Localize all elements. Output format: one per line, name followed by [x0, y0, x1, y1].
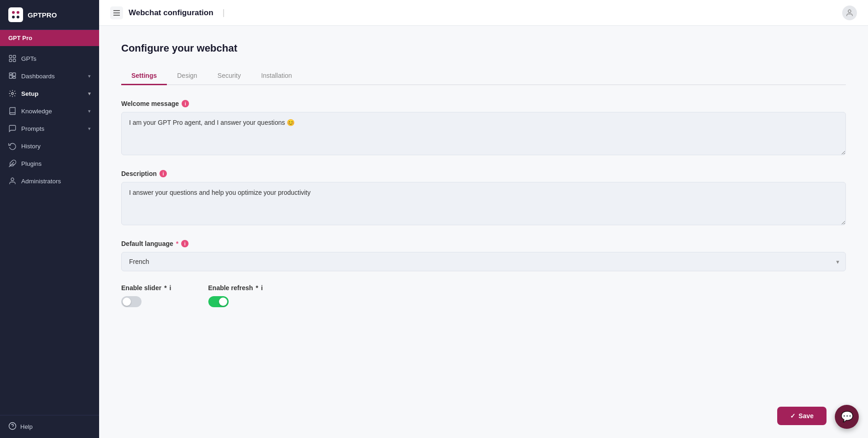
sidebar-item-history[interactable]: History — [0, 137, 99, 155]
dashboard-icon — [8, 72, 17, 80]
sidebar-item-administrators[interactable]: Administrators — [0, 172, 99, 190]
toggle-row: Enable slider * i Enable refresh * i — [121, 284, 846, 307]
svg-rect-4 — [9, 55, 12, 58]
slider-required-star: * — [164, 284, 166, 292]
tab-installation[interactable]: Installation — [251, 67, 302, 85]
description-info-icon: i — [159, 170, 167, 177]
setup-icon — [8, 89, 17, 98]
welcome-message-info-icon: i — [182, 100, 189, 107]
tab-design[interactable]: Design — [167, 67, 207, 85]
enable-slider-group: Enable slider * i — [121, 284, 171, 307]
sidebar-item-label-plugins: Plugins — [21, 160, 41, 167]
sidebar-nav: GPTs Dashboards ▾ Setup ▾ Knowledge ▾ — [0, 46, 99, 415]
svg-point-12 — [12, 93, 14, 95]
page-title: Webchat configuration — [129, 8, 213, 18]
sidebar-item-knowledge[interactable]: Knowledge ▾ — [0, 102, 99, 120]
sidebar-item-label-prompts: Prompts — [21, 125, 44, 132]
plugins-icon — [8, 159, 17, 168]
topbar-right — [842, 6, 857, 20]
sidebar-item-label-setup: Setup — [21, 90, 39, 97]
enable-refresh-toggle[interactable] — [208, 296, 229, 307]
tab-security[interactable]: Security — [207, 67, 251, 85]
svg-point-3 — [17, 16, 19, 18]
topbar-left: Webchat configuration | — [110, 6, 225, 19]
svg-rect-7 — [13, 59, 16, 62]
page-heading: Configure your webchat — [121, 42, 846, 54]
svg-rect-5 — [13, 55, 16, 58]
sidebar-item-dashboards[interactable]: Dashboards ▾ — [0, 67, 99, 85]
svg-rect-9 — [13, 73, 16, 76]
sidebar-item-label-gpts: GPTs — [21, 55, 36, 62]
description-label: Description i — [121, 170, 846, 177]
sidebar-item-plugins[interactable]: Plugins — [0, 155, 99, 172]
app-logo-text: GPTPRO — [28, 11, 57, 19]
description-textarea[interactable] — [121, 182, 846, 225]
sidebar-item-label-dashboards: Dashboards — [21, 73, 55, 80]
welcome-message-label: Welcome message i — [121, 100, 846, 107]
sidebar-logo: GPTPRO — [0, 0, 99, 30]
svg-rect-8 — [9, 73, 12, 75]
refresh-toggle-thumb — [219, 298, 227, 306]
enable-refresh-group: Enable refresh * i — [208, 284, 263, 307]
default-language-select[interactable]: French English Spanish German Italian — [121, 252, 846, 271]
collapse-sidebar-button[interactable] — [110, 6, 123, 19]
chevron-down-icon-setup: ▾ — [88, 91, 91, 97]
knowledge-icon — [8, 107, 17, 115]
welcome-message-textarea[interactable] — [121, 112, 846, 155]
sidebar: GPTPRO GPT Pro GPTs Dashboards ▾ Setup ▾ — [0, 0, 99, 438]
default-language-group: Default language * i French English Span… — [121, 240, 846, 271]
history-icon — [8, 142, 17, 150]
chevron-down-icon: ▾ — [88, 73, 91, 79]
main-wrapper: Webchat configuration | Configure your w… — [99, 0, 868, 438]
sidebar-item-label-knowledge: Knowledge — [21, 108, 52, 115]
required-star: * — [176, 240, 178, 247]
welcome-message-group: Welcome message i — [121, 100, 846, 157]
svg-point-2 — [12, 16, 15, 18]
chat-fab-button[interactable]: 💬 — [835, 405, 859, 429]
sidebar-section-header: GPT Pro — [0, 30, 99, 46]
app-logo-icon — [8, 7, 23, 22]
admin-icon — [8, 177, 17, 185]
tab-settings[interactable]: Settings — [121, 67, 167, 85]
prompts-icon — [8, 124, 17, 133]
svg-point-16 — [9, 423, 16, 430]
svg-rect-10 — [9, 76, 12, 79]
svg-point-1 — [17, 11, 19, 14]
default-language-info-icon: i — [181, 240, 189, 247]
slider-toggle-thumb — [123, 298, 131, 306]
default-language-select-wrapper: French English Spanish German Italian ▾ — [121, 252, 846, 271]
default-language-label: Default language * i — [121, 240, 846, 247]
refresh-required-star: * — [256, 284, 258, 292]
enable-slider-toggle[interactable] — [121, 296, 142, 307]
grid-icon — [8, 54, 17, 63]
user-avatar[interactable] — [842, 6, 857, 20]
svg-point-15 — [11, 178, 14, 181]
sidebar-item-setup[interactable]: Setup ▾ — [0, 85, 99, 102]
sidebar-item-gpts[interactable]: GPTs — [0, 50, 99, 67]
chevron-down-icon-prompts: ▾ — [88, 126, 91, 132]
slider-info-icon: i — [170, 284, 171, 292]
sidebar-item-prompts[interactable]: Prompts ▾ — [0, 120, 99, 137]
chat-fab-icon: 💬 — [841, 411, 853, 423]
save-button[interactable]: ✓ Save — [777, 407, 827, 425]
help-icon — [8, 422, 17, 432]
tabs-bar: Settings Design Security Installation — [121, 67, 846, 85]
content-area: Configure your webchat Settings Design S… — [99, 26, 868, 438]
chevron-down-icon-knowledge: ▾ — [88, 108, 91, 114]
svg-point-21 — [848, 10, 851, 12]
description-group: Description i — [121, 170, 846, 227]
topbar: Webchat configuration | — [99, 0, 868, 26]
enable-slider-label: Enable slider * i — [121, 284, 171, 292]
sidebar-footer-help[interactable]: Help — [0, 415, 99, 438]
sidebar-item-label-history: History — [21, 143, 41, 150]
sidebar-item-label-administrators: Administrators — [21, 178, 61, 185]
title-divider: | — [223, 8, 225, 18]
save-checkmark-icon: ✓ — [790, 412, 796, 420]
svg-rect-11 — [13, 77, 16, 79]
svg-point-0 — [12, 11, 15, 14]
svg-rect-6 — [9, 59, 12, 62]
enable-refresh-label: Enable refresh * i — [208, 284, 263, 292]
save-button-wrapper: ✓ Save — [777, 407, 827, 425]
sidebar-footer-label: Help — [20, 423, 33, 430]
refresh-info-icon: i — [261, 284, 263, 292]
